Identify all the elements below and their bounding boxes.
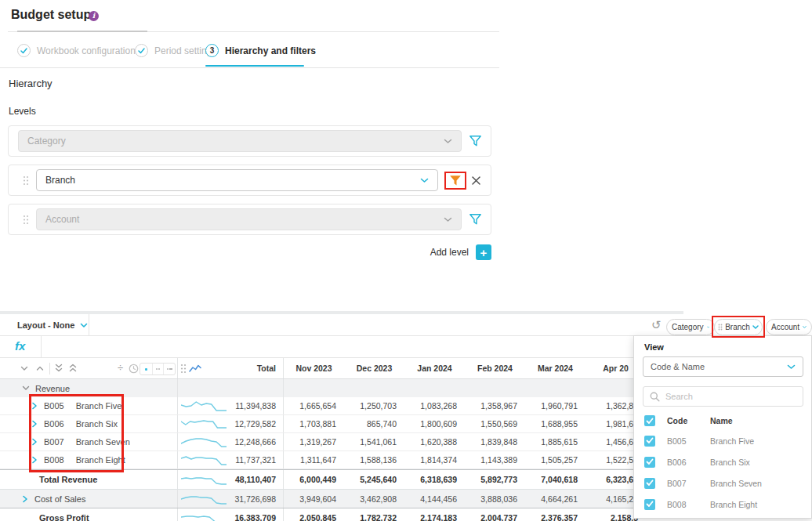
grid-row-b006[interactable]: B006Branch Six12,729,5821,703,881865,740… [0, 415, 683, 433]
total-value: 48,110,407 [235, 475, 276, 484]
sparkline-total-cell: 11,737,321 [178, 451, 284, 469]
value-cell [284, 379, 344, 397]
grid-header-row: ÷ Total Nov 2023Dec 2023Jan 2024Feb 2024… [0, 358, 683, 379]
row-label: B007Branch Seven [0, 433, 178, 450]
chevron-down-icon [787, 364, 796, 370]
grid-dots-icon[interactable] [180, 364, 187, 374]
grid-row-total-revenue[interactable]: Total Revenue48,110,4076,000,4495,245,64… [0, 469, 683, 490]
collapse-row-icon[interactable] [20, 366, 28, 371]
expand-icon[interactable] [22, 495, 29, 503]
grid-header-tools: ÷ [0, 358, 178, 378]
column-header[interactable]: Dec 2023 [344, 358, 404, 378]
category-level-select[interactable]: Category [18, 130, 462, 152]
account-level-select[interactable]: Account [36, 208, 462, 230]
drag-handle-icon [718, 324, 723, 331]
checkbox-checked-icon[interactable] [644, 499, 655, 510]
sparkline-chart [181, 418, 227, 431]
reset-layout-icon[interactable]: ↺ [651, 319, 662, 331]
select-all-checkbox[interactable] [644, 415, 655, 426]
column-header[interactable]: Feb 2024 [465, 358, 525, 378]
grid-row-b007[interactable]: B007Branch Seven12,248,6661,319,2671,541… [0, 433, 683, 451]
option-name: Branch Five [710, 436, 754, 446]
sparkline-total-cell: 16,383,709 [178, 508, 284, 521]
format-option-icon[interactable] [140, 364, 152, 374]
drag-handle-icon[interactable] [23, 175, 29, 186]
value-cell: 1,250,703 [344, 397, 404, 414]
checkbox-checked-icon[interactable] [644, 478, 655, 489]
remove-level-button[interactable] [471, 175, 481, 186]
chevron-down-icon [752, 325, 759, 329]
formula-button[interactable]: fx [15, 339, 25, 353]
collapse-icon[interactable] [22, 385, 30, 391]
divider [49, 363, 50, 374]
grid-row-revenue[interactable]: Revenue [0, 379, 683, 397]
row-name: Gross Profit [39, 513, 89, 521]
row-label: Gross Profit [0, 508, 178, 521]
tab-workbook-configuration[interactable]: Workbook configuration [17, 44, 136, 57]
checkbox-checked-icon[interactable] [644, 457, 655, 468]
branch-option-b008[interactable]: B008Branch Eight [634, 494, 811, 515]
sparkline-toggle-icon[interactable] [189, 364, 201, 373]
collapse-all-icon[interactable] [55, 364, 63, 373]
expand-all-icon[interactable] [69, 364, 77, 373]
decimal-format-control[interactable] [140, 363, 176, 375]
tab-period-settings[interactable]: Period settings [135, 44, 216, 57]
chevron-down-icon [803, 325, 807, 329]
expand-row-icon[interactable] [36, 366, 44, 371]
sparkline-chart [181, 454, 227, 467]
format-option-icon[interactable] [152, 364, 164, 374]
expand-icon[interactable] [31, 402, 38, 410]
chevron-down-icon [707, 325, 709, 329]
page-title: Budget setup [11, 8, 91, 22]
column-header[interactable]: Jan 2024 [404, 358, 465, 378]
expand-icon[interactable] [31, 456, 38, 464]
value-cell: 1,960,791 [525, 397, 585, 414]
close-icon [471, 175, 481, 186]
row-label: Revenue [0, 379, 178, 397]
row-name: Total Revenue [39, 475, 97, 484]
category-filter-button[interactable] [469, 135, 482, 147]
branch-search[interactable] [643, 386, 803, 407]
clock-icon[interactable] [129, 364, 139, 374]
view-mode-select[interactable]: Code & Name [643, 356, 803, 377]
row-code: B005 [44, 401, 64, 411]
total-value: 11,394,838 [235, 401, 276, 411]
expand-icon[interactable] [31, 438, 38, 446]
branch-level-select[interactable]: Branch [36, 169, 438, 191]
tab-hierarchy-and-filters[interactable]: 3 Hierarchy and filters [205, 44, 316, 57]
value-cell [465, 379, 525, 397]
branch-option-b005[interactable]: B005Branch Five [634, 430, 811, 451]
chevron-down-icon [444, 139, 452, 144]
value-cell: 1,588,136 [344, 451, 404, 469]
format-option-icon[interactable] [163, 364, 175, 374]
info-icon[interactable]: i [89, 11, 99, 21]
layout-dropdown[interactable]: Layout - None [17, 320, 88, 330]
branch-option-b006[interactable]: B006Branch Six [634, 451, 811, 472]
grid-row-b005[interactable]: B005Branch Five11,394,8381,665,6541,250,… [0, 397, 683, 415]
option-name: Branch Seven [710, 479, 762, 488]
value-cell: 1,358,967 [465, 397, 525, 414]
filter-outline-icon [469, 213, 482, 226]
dimension-pill-category[interactable]: Category [666, 319, 715, 335]
value-cell [404, 379, 465, 397]
grid-row-cost-of-sales[interactable]: Cost of Sales31,726,6983,949,6043,462,90… [0, 490, 683, 508]
grid-row-b008[interactable]: B008Branch Eight11,737,3211,311,6471,588… [0, 451, 683, 469]
account-filter-button[interactable] [469, 213, 482, 226]
drag-handle-icon[interactable] [23, 215, 29, 225]
value-cell [525, 379, 585, 397]
add-level-button[interactable]: + [476, 244, 491, 260]
row-name: Revenue [35, 384, 70, 393]
column-header[interactable]: Mar 2024 [525, 358, 585, 378]
filter-active-icon[interactable] [449, 175, 462, 186]
row-label: B008Branch Eight [0, 451, 178, 469]
expand-icon[interactable] [31, 420, 38, 428]
checkbox-checked-icon[interactable] [644, 436, 655, 447]
dimension-pill-account[interactable]: Account [766, 319, 812, 335]
sparkline-chart [181, 436, 227, 449]
search-input[interactable] [665, 392, 791, 401]
dimension-pill-branch[interactable]: Branch [714, 319, 763, 335]
column-header[interactable]: Nov 2023 [284, 358, 344, 378]
branch-option-b007[interactable]: B007Branch Seven [634, 472, 811, 494]
grid-row-gross-profit[interactable]: Gross Profit16,383,7092,050,8451,782,732… [0, 508, 683, 521]
split-rows-icon[interactable]: ÷ [118, 362, 123, 374]
